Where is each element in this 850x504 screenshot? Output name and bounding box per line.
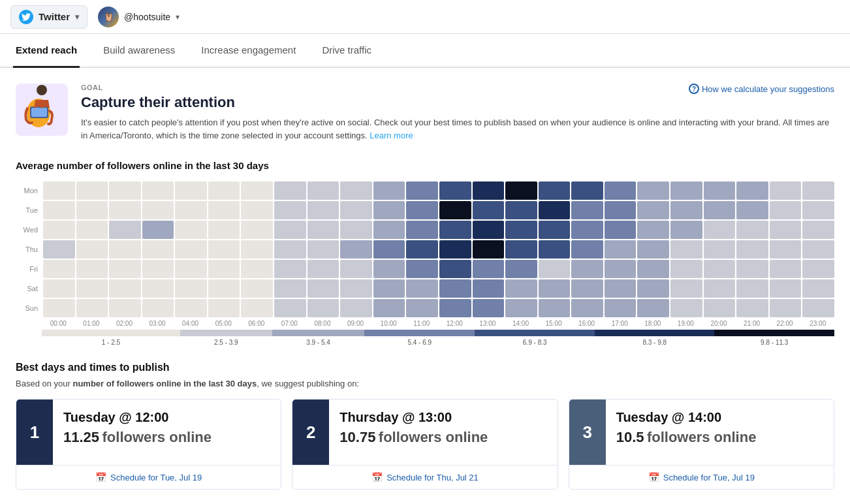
goal-illustration (16, 84, 68, 136)
heatmap-cell (439, 299, 471, 317)
tab-extend-reach[interactable]: Extend reach (13, 34, 80, 68)
hour-label: 12:00 (438, 320, 471, 327)
twitter-icon (19, 10, 33, 24)
heatmap-cell (473, 221, 505, 239)
rec-followers: 11.25 followers online (63, 429, 270, 446)
heatmap-cell (43, 201, 75, 219)
heatmap-cell (208, 240, 240, 259)
calendar-icon: 📅 (371, 472, 383, 482)
rec-rank: 3 (569, 400, 606, 465)
heatmap-cell (307, 260, 339, 278)
rec-schedule-button[interactable]: 📅 Schedule for Tue, Jul 19 (16, 465, 281, 489)
heatmap-cell (340, 201, 372, 219)
rec-rank: 2 (292, 400, 329, 465)
goal-section: GOAL Capture their attention It's easier… (16, 84, 834, 142)
rec-schedule-button[interactable]: 📅 Schedule for Thu, Jul 21 (292, 465, 557, 489)
heatmap-cell (274, 299, 306, 317)
heatmap-cell (539, 201, 571, 219)
heatmap-cell (736, 240, 768, 259)
heatmap-cell (406, 260, 438, 278)
heatmap-cell (109, 279, 141, 298)
account-selector[interactable]: 🦉 @hootsuite ▾ (98, 7, 180, 27)
tab-build-awareness[interactable]: Build awareness (101, 34, 178, 68)
heatmap-cell (241, 240, 273, 259)
rec-followers-count: 10.5 (616, 429, 644, 445)
heatmap-cell (439, 221, 471, 239)
heatmap-cell (670, 221, 702, 239)
heatmap-cell (770, 240, 802, 259)
heatmap-cell (473, 299, 505, 317)
subtitle-bold: number of followers online in the last 3… (72, 379, 257, 388)
heatmap-cell (340, 299, 372, 317)
heatmap-cell (43, 299, 75, 317)
heatmap-cell (142, 279, 174, 298)
heatmap-cell (571, 299, 603, 317)
rec-schedule-button[interactable]: 📅 Schedule for Tue, Jul 19 (569, 465, 834, 489)
heatmap-cell (307, 240, 339, 259)
heatmap-cell (373, 260, 405, 278)
heatmap-cell (373, 240, 405, 259)
heatmap-day-label: Sat (16, 279, 42, 298)
hour-label: 02:00 (108, 320, 141, 327)
platform-selector[interactable]: Twitter ▾ (10, 5, 87, 29)
heatmap-cell (670, 201, 702, 219)
heatmap-cell (274, 260, 306, 278)
heatmap-cell (439, 279, 471, 298)
heatmap-cell (241, 181, 273, 200)
heatmap-cell (637, 201, 669, 219)
legend-bar (16, 330, 834, 336)
heatmap-cell (505, 201, 537, 219)
heatmap-cell (109, 299, 141, 317)
learn-more-link[interactable]: Learn more (370, 131, 413, 140)
legend-label: 5.4 - 6.9 (364, 339, 475, 346)
rec-followers: 10.75 followers online (339, 429, 546, 446)
heatmap-cell (571, 181, 603, 200)
legend-label: 9.8 - 11.3 (714, 339, 834, 346)
hour-label: 15:00 (537, 320, 571, 327)
heatmap-cell (704, 260, 736, 278)
hour-label: 18:00 (636, 320, 669, 327)
tab-increase-engagement[interactable]: Increase engagement (198, 34, 298, 68)
subtitle-prefix: Based on your (16, 379, 72, 388)
tab-drive-traffic[interactable]: Drive traffic (319, 34, 374, 68)
heatmap-cell (142, 299, 174, 317)
heatmap-cell (241, 221, 273, 239)
heatmap-cell (605, 201, 637, 219)
heatmap-cell (505, 240, 537, 259)
legend-segment (180, 330, 272, 336)
main-content: GOAL Capture their attention It's easier… (0, 68, 850, 504)
rec-followers-count: 10.75 (339, 429, 375, 445)
goal-description-text: It's easier to catch people's attention … (81, 118, 829, 140)
heatmap-cell (208, 201, 240, 219)
platform-chevron: ▾ (75, 12, 79, 22)
heatmap-cell (439, 181, 471, 200)
heatmap-cell (43, 279, 75, 298)
heatmap-cell (142, 181, 174, 200)
how-calculate-link[interactable]: ? How we calculate your suggestions (689, 84, 834, 94)
hour-label: 06:00 (240, 320, 273, 327)
heatmap-cell (637, 221, 669, 239)
heatmap-cell (175, 181, 207, 200)
heatmap-container: MonTueWedThuFriSatSun 00:0001:0002:0003:… (16, 181, 834, 346)
legend-labels: 1 - 2.52.5 - 3.93.9 - 5.45.4 - 6.96.9 - … (16, 339, 834, 346)
hour-label: 13:00 (471, 320, 505, 327)
heatmap-cell (637, 260, 669, 278)
heatmap-cell (802, 260, 834, 278)
heatmap-cell (605, 260, 637, 278)
heatmap-cell (736, 221, 768, 239)
avatar: 🦉 (98, 7, 119, 27)
heatmap-cell (175, 201, 207, 219)
hour-label: 14:00 (504, 320, 537, 327)
rec-card-body: 2 Thursday @ 13:00 10.75 followers onlin… (292, 400, 557, 465)
hour-label: 00:00 (42, 320, 75, 327)
heatmap-cell (175, 240, 207, 259)
heatmap-cell (670, 181, 702, 200)
heatmap-cell (539, 260, 571, 278)
hour-label: 21:00 (735, 320, 768, 327)
heatmap-cell (736, 279, 768, 298)
hour-label: 05:00 (207, 320, 240, 327)
heatmap-cell (770, 221, 802, 239)
rec-card-body: 3 Tuesday @ 14:00 10.5 followers online (569, 400, 834, 465)
heatmap-cell (373, 201, 405, 219)
heatmap-cell (704, 181, 736, 200)
